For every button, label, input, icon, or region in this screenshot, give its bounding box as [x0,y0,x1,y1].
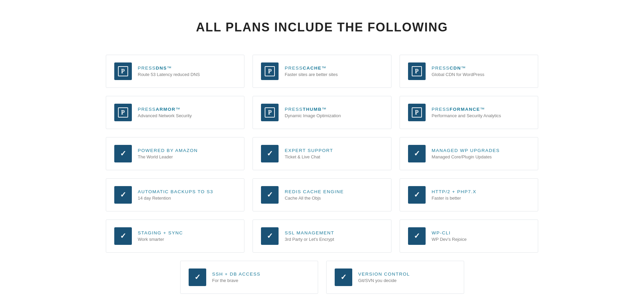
feature-title-staging-sync: STAGING + SYNC [138,230,183,235]
feature-card-http2-php7: ✓HTTP/2 + PHP7.XFaster is better [400,178,539,211]
check-icon: ✓ [335,268,352,286]
check-icon: ✓ [261,145,279,162]
feature-subtitle-wp-cli: WP Dev's Rejoice [432,237,467,242]
feature-subtitle-press-formance: Performance and Security Analytics [432,113,501,118]
feature-text-version-control: VERSION CONTROLGit/SVN you decide [358,272,410,283]
feature-title-press-cache: PRESSCACHE™ [285,66,338,71]
feature-subtitle-press-armor: Advanced Network Security [138,113,192,118]
feature-card-press-formance: PPRESSFORMANCE™Performance and Security … [400,96,539,129]
feature-subtitle-ssh-db-access: For the brave [212,278,261,283]
feature-title-version-control: VERSION CONTROL [358,272,410,277]
feature-text-ssl-management: SSL MANAGEMENT3rd Party or Let's Encrypt [285,230,334,242]
feature-subtitle-version-control: Git/SVN you decide [358,278,410,283]
feature-card-managed-wp-upgrades: ✓MANAGED WP UPGRADESManaged Core/Plugin … [400,137,539,170]
feature-card-ssl-management: ✓SSL MANAGEMENT3rd Party or Let's Encryp… [253,220,391,253]
feature-title-powered-by-amazon: POWERED BY AMAZON [138,148,198,153]
feature-text-press-thumb: PRESSTHUMB™Dynamic Image Optimization [285,107,341,118]
page-title: ALL PLANS INCLUDE THE FOLLOWING [7,20,637,34]
feature-card-wp-cli: ✓WP-CLIWP Dev's Rejoice [400,220,539,253]
press-p-icon: P [114,104,132,121]
feature-text-press-cache: PRESSCACHE™Faster sites are better sites [285,66,338,77]
feature-title-press-formance: PRESSFORMANCE™ [432,107,501,112]
check-icon: ✓ [189,268,206,286]
feature-text-redis-cache: REDIS CACHE ENGINECache All the Objs [285,189,344,201]
feature-title-managed-wp-upgrades: MANAGED WP UPGRADES [432,148,500,153]
check-icon: ✓ [114,186,132,204]
feature-card-ssh-db-access: ✓SSH + DB ACCESSFor the brave [180,261,318,294]
feature-title-http2-php7: HTTP/2 + PHP7.X [432,189,476,194]
feature-card-redis-cache: ✓REDIS CACHE ENGINECache All the Objs [253,178,391,211]
feature-subtitle-press-cache: Faster sites are better sites [285,72,338,77]
feature-title-press-cdn: PRESSCDN™ [432,66,484,71]
feature-text-press-formance: PRESSFORMANCE™Performance and Security A… [432,107,501,118]
press-p-icon: P [408,62,426,80]
features-grid: PPRESSDNS™Route 53 Latency reduced DNSPP… [86,55,559,253]
check-icon: ✓ [408,186,426,204]
check-icon: ✓ [408,227,426,245]
feature-subtitle-press-thumb: Dynamic Image Optimization [285,113,341,118]
feature-text-ssh-db-access: SSH + DB ACCESSFor the brave [212,272,261,283]
feature-title-press-armor: PRESSARMOR™ [138,107,192,112]
feature-text-wp-cli: WP-CLIWP Dev's Rejoice [432,230,467,242]
feature-subtitle-managed-wp-upgrades: Managed Core/Plugin Updates [432,154,500,159]
press-p-icon: P [261,62,279,80]
feature-card-staging-sync: ✓STAGING + SYNCWork smarter [106,220,245,253]
check-icon: ✓ [408,145,426,162]
feature-text-press-armor: PRESSARMOR™Advanced Network Security [138,107,192,118]
feature-text-powered-by-amazon: POWERED BY AMAZONThe World Leader [138,148,198,159]
check-icon: ✓ [261,186,279,204]
feature-title-automatic-backups: AUTOMATIC BACKUPS TO S3 [138,189,213,194]
feature-subtitle-expert-support: Ticket & Live Chat [285,154,333,159]
feature-title-press-dns: PRESSDNS™ [138,66,200,71]
feature-title-ssh-db-access: SSH + DB ACCESS [212,272,261,277]
check-icon: ✓ [114,145,132,162]
feature-card-version-control: ✓VERSION CONTROLGit/SVN you decide [326,261,464,294]
feature-card-press-dns: PPRESSDNS™Route 53 Latency reduced DNS [106,55,245,88]
feature-title-redis-cache: REDIS CACHE ENGINE [285,189,344,194]
feature-title-press-thumb: PRESSTHUMB™ [285,107,341,112]
feature-text-managed-wp-upgrades: MANAGED WP UPGRADESManaged Core/Plugin U… [432,148,500,159]
feature-card-automatic-backups: ✓AUTOMATIC BACKUPS TO S314 day Retention [106,178,245,211]
feature-title-expert-support: EXPERT SUPPORT [285,148,333,153]
feature-title-ssl-management: SSL MANAGEMENT [285,230,334,235]
check-icon: ✓ [114,227,132,245]
feature-text-press-dns: PRESSDNS™Route 53 Latency reduced DNS [138,66,200,77]
bottom-grid: ✓SSH + DB ACCESSFor the brave✓VERSION CO… [160,261,484,294]
feature-subtitle-http2-php7: Faster is better [432,196,476,201]
feature-subtitle-staging-sync: Work smarter [138,237,183,242]
feature-card-press-armor: PPRESSARMOR™Advanced Network Security [106,96,245,129]
check-icon: ✓ [261,227,279,245]
feature-subtitle-powered-by-amazon: The World Leader [138,154,198,159]
feature-subtitle-press-dns: Route 53 Latency reduced DNS [138,72,200,77]
feature-text-staging-sync: STAGING + SYNCWork smarter [138,230,183,242]
press-p-icon: P [261,104,279,121]
feature-subtitle-ssl-management: 3rd Party or Let's Encrypt [285,237,334,242]
feature-card-press-cdn: PPRESSCDN™Global CDN for WordPress [400,55,539,88]
feature-subtitle-press-cdn: Global CDN for WordPress [432,72,484,77]
press-p-icon: P [114,62,132,80]
feature-text-http2-php7: HTTP/2 + PHP7.XFaster is better [432,189,476,201]
feature-card-expert-support: ✓EXPERT SUPPORTTicket & Live Chat [253,137,391,170]
press-p-icon: P [408,104,426,121]
feature-card-powered-by-amazon: ✓POWERED BY AMAZONThe World Leader [106,137,245,170]
page-container: ALL PLANS INCLUDE THE FOLLOWING PPRESSDN… [0,0,644,307]
feature-title-wp-cli: WP-CLI [432,230,467,235]
feature-card-press-cache: PPRESSCACHE™Faster sites are better site… [253,55,391,88]
feature-text-expert-support: EXPERT SUPPORTTicket & Live Chat [285,148,333,159]
feature-card-press-thumb: PPRESSTHUMB™Dynamic Image Optimization [253,96,391,129]
feature-text-press-cdn: PRESSCDN™Global CDN for WordPress [432,66,484,77]
feature-subtitle-automatic-backups: 14 day Retention [138,196,213,201]
feature-subtitle-redis-cache: Cache All the Objs [285,196,344,201]
feature-text-automatic-backups: AUTOMATIC BACKUPS TO S314 day Retention [138,189,213,201]
